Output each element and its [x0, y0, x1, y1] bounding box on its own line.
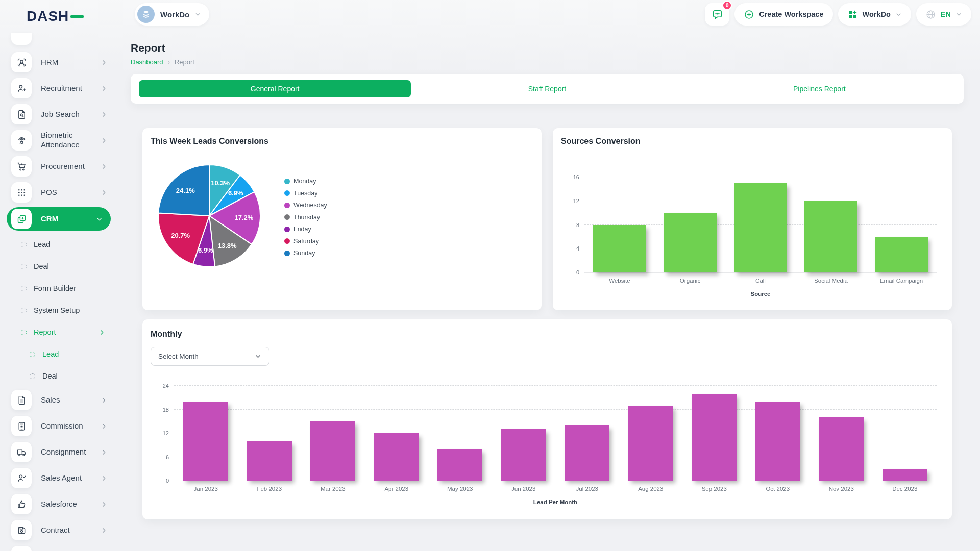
sidebar-item-salesforce[interactable]: Salesforce	[0, 493, 117, 515]
monthly-x-axis-title: Lead Per Month	[167, 499, 944, 505]
chevron-down-icon	[254, 353, 262, 360]
indiamart-icon	[11, 546, 32, 551]
chevron-down-icon	[194, 11, 201, 18]
weekly-leads-title: This Week Leads Conversions	[142, 128, 542, 154]
apps-menu-button[interactable]: WorkDo	[838, 3, 911, 26]
sidebar-item-deal[interactable]: Deal	[0, 367, 117, 385]
sidebar-item-label: Job Search	[41, 110, 80, 119]
month-select[interactable]: Select Month	[151, 347, 270, 366]
y-tick-label: 0	[561, 269, 579, 276]
sidebar-item-crm[interactable]: CRM	[7, 207, 111, 231]
chevron-right-icon	[101, 449, 107, 456]
sidebar-item-system-setup[interactable]: System Setup	[0, 301, 117, 319]
sidebar-item-report[interactable]: Report	[0, 323, 117, 341]
monthly-bars	[174, 386, 937, 481]
x-tick-label: Social Media	[796, 278, 866, 284]
legend-label: Tuesday	[293, 190, 317, 197]
monthly-plot: 06121824	[174, 386, 937, 481]
sidebar-item-sales[interactable]: Sales	[0, 389, 117, 411]
sales-icon	[11, 390, 32, 410]
x-tick-label: Aug 2023	[619, 486, 683, 492]
sidebar-item-commission[interactable]: Commission	[0, 415, 117, 437]
pos-icon	[11, 182, 32, 203]
breadcrumb: Dashboard › Report	[131, 58, 964, 66]
legend-item-tuesday[interactable]: Tuesday	[284, 190, 327, 197]
sidebar-item-label: POS	[41, 188, 57, 197]
sidebar-item-hrm[interactable]: HRM	[0, 51, 117, 73]
create-workspace-button[interactable]: Create Workspace	[734, 3, 832, 26]
app-logo[interactable]: DASH	[27, 8, 84, 24]
breadcrumb-separator: ›	[168, 58, 170, 66]
messages-button[interactable]: 0	[705, 3, 729, 26]
page-title: Report	[131, 42, 964, 54]
sidebar-item-label: CRM	[41, 214, 58, 224]
monthly-card: Monthly Select Month 06121824Jan 2023Feb…	[142, 319, 952, 519]
topbar-actions: 0 Create Workspace WorkDo EN	[705, 3, 971, 26]
monthly-leads-chart: 06121824Jan 2023Feb 2023Mar 2023Apr 2023…	[142, 366, 952, 505]
monthly-x-labels: Jan 2023Feb 2023Mar 2023Apr 2023May 2023…	[174, 486, 937, 492]
sources-bars	[584, 178, 937, 272]
building-layers-icon	[141, 9, 151, 19]
sidebar-item-label: Report	[34, 328, 56, 336]
x-tick-label: Dec 2023	[873, 486, 937, 492]
monthly-bar-jul-2023	[565, 425, 609, 481]
chevron-right-icon	[101, 475, 107, 482]
sidebar-item-form-builder[interactable]: Form Builder	[0, 279, 117, 297]
legend-item-wednesday[interactable]: Wednesday	[284, 202, 327, 209]
x-tick-label: Website	[584, 278, 655, 284]
legend-label: Friday	[293, 226, 311, 233]
sidebar-item-indiamart[interactable]: Indiamart	[0, 545, 117, 551]
x-tick-label: Mar 2023	[301, 486, 365, 492]
sources-bar-email-campaign	[875, 237, 928, 272]
sidebar-item-label: HRM	[41, 58, 58, 67]
sidebar-nav: HRMRecruitmentJob SearchBiometric Attend…	[0, 0, 117, 551]
workspace-switcher[interactable]: WorkDo	[135, 3, 209, 26]
chevron-right-icon	[101, 501, 107, 508]
breadcrumb-dashboard-link[interactable]: Dashboard	[131, 58, 163, 66]
sidebar-item-job-search[interactable]: Job Search	[0, 103, 117, 126]
pie-slice-value: 13.8%	[218, 242, 237, 249]
pie-slice-value: 20.7%	[171, 232, 190, 239]
workspace-name: WorkDo	[160, 10, 189, 19]
chevron-right-icon	[101, 527, 107, 534]
legend-item-thursday[interactable]: Thursday	[284, 214, 327, 221]
sidebar-item-consignment[interactable]: Consignment	[0, 441, 117, 463]
topbar: WorkDo 0 Create Workspace WorkDo EN	[117, 0, 980, 29]
sidebar-item-lead[interactable]: Lead	[0, 235, 117, 254]
sidebar-item-pos[interactable]: POS	[0, 181, 117, 204]
sidebar-item-label: Lead	[42, 350, 59, 358]
chevron-right-icon	[101, 111, 107, 118]
legend-item-monday[interactable]: Monday	[284, 178, 327, 185]
sidebar-item-biometric-attendance[interactable]: Biometric Attendance	[0, 129, 117, 152]
recruitment-icon	[11, 78, 32, 98]
biometric-attendance-icon	[11, 130, 32, 151]
tab-general-report[interactable]: General Report	[139, 80, 411, 97]
pie-slice-value: 6.9%	[228, 189, 243, 197]
sidebar-item-lead[interactable]: Lead	[0, 345, 117, 363]
legend-item-friday[interactable]: Friday	[284, 226, 327, 233]
y-tick-label: 12	[151, 430, 169, 436]
sidebar-item-procurement[interactable]: Procurement	[0, 155, 117, 178]
legend-item-sunday[interactable]: Sunday	[284, 249, 327, 257]
chevron-down-icon	[895, 11, 902, 18]
sidebar-item-recruitment[interactable]: Recruitment	[0, 77, 117, 99]
legend-dot	[284, 214, 290, 220]
monthly-bar-sep-2023	[692, 394, 737, 481]
sidebar-item-label: Procurement	[41, 162, 85, 171]
y-tick-label: 24	[151, 383, 169, 389]
sidebar-item-deal[interactable]: Deal	[0, 257, 117, 276]
legend-label: Saturday	[293, 238, 319, 245]
language-selector[interactable]: EN	[916, 3, 971, 26]
sources-bar-call	[734, 183, 787, 272]
pie-legend: MondayTuesdayWednesdayThursdayFridaySatu…	[284, 178, 327, 304]
chevron-right-icon	[101, 423, 107, 430]
tab-pipelines-report[interactable]: Pipelines Report	[683, 80, 955, 97]
sidebar-item-contract[interactable]: Contract	[0, 519, 117, 541]
workspace-avatar	[137, 6, 155, 23]
gridline	[174, 385, 937, 386]
legend-item-saturday[interactable]: Saturday	[284, 238, 327, 245]
circle-icon	[21, 330, 27, 335]
sidebar-item-sales-agent[interactable]: Sales Agent	[0, 467, 117, 489]
sidebar-partial-icon	[11, 33, 32, 45]
tab-staff-report[interactable]: Staff Report	[411, 80, 683, 97]
